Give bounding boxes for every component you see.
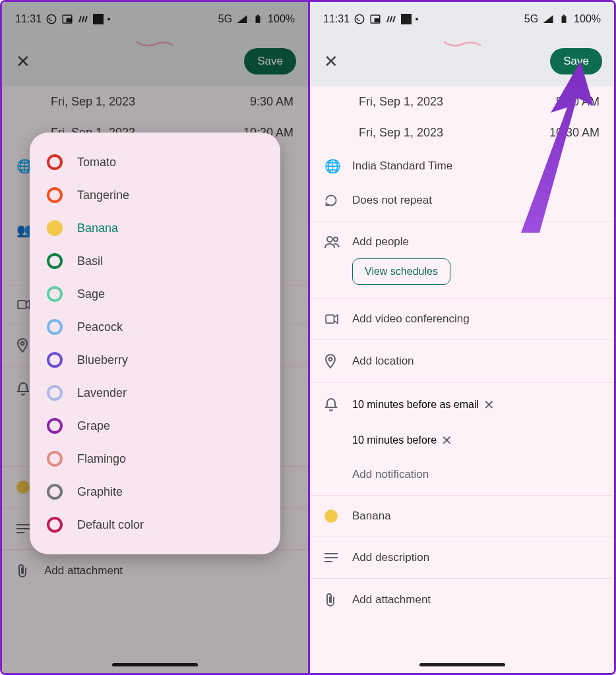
color-option-flamingo[interactable]: Flamingo bbox=[43, 442, 267, 475]
network-label: 5G bbox=[524, 13, 538, 25]
phone-left: 11:31 5G bbox=[2, 2, 308, 673]
globe-icon: 🌐 bbox=[324, 158, 352, 174]
svg-rect-13 bbox=[562, 16, 567, 22]
end-date-row[interactable]: Fri, Sep 1, 2023 10:30 AM bbox=[310, 117, 614, 148]
color-option-default-color[interactable]: Default color bbox=[43, 508, 267, 541]
whatsapp-icon bbox=[354, 13, 365, 25]
remove-notification-2[interactable]: ✕ bbox=[437, 432, 456, 448]
color-label: Flamingo bbox=[77, 452, 126, 466]
color-label: Default color bbox=[77, 518, 144, 532]
people-row[interactable]: Add people bbox=[310, 225, 614, 258]
wave-decoration bbox=[443, 39, 482, 48]
add-notification-row[interactable]: Add notification bbox=[310, 458, 614, 491]
svg-point-10 bbox=[355, 15, 364, 24]
attachment-icon bbox=[324, 593, 352, 607]
color-label: Tomato bbox=[77, 156, 116, 169]
bell-icon bbox=[324, 397, 352, 412]
repeat-label: Does not repeat bbox=[352, 194, 600, 207]
svg-rect-17 bbox=[326, 315, 334, 323]
battery-icon bbox=[558, 13, 570, 25]
close-button[interactable]: ✕ bbox=[322, 51, 340, 72]
notification-1-row[interactable]: 10 minutes before as email ✕ bbox=[310, 387, 614, 423]
slash-icon bbox=[385, 13, 397, 25]
color-label: Sage bbox=[77, 287, 105, 301]
start-time: 9:30 AM bbox=[556, 95, 600, 109]
svg-point-18 bbox=[329, 358, 332, 361]
status-time: 11:31 bbox=[323, 13, 350, 25]
color-swatch bbox=[47, 484, 63, 500]
notification-1-label: 10 minutes before as email bbox=[352, 399, 479, 411]
start-date-row[interactable]: Fri, Sep 1, 2023 9:30 AM bbox=[310, 86, 614, 117]
attachment-row[interactable]: Add attachment bbox=[310, 583, 614, 617]
color-name-label: Banana bbox=[352, 510, 600, 523]
notification-2-label: 10 minutes before bbox=[352, 434, 437, 446]
add-notification-label: Add notification bbox=[352, 468, 600, 481]
color-swatch bbox=[47, 154, 63, 170]
location-row[interactable]: Add location bbox=[310, 344, 614, 378]
pip-icon bbox=[369, 13, 381, 25]
end-date: Fri, Sep 1, 2023 bbox=[359, 126, 443, 140]
color-swatch bbox=[47, 253, 63, 269]
color-label: Tangerine bbox=[77, 189, 129, 202]
repeat-icon bbox=[324, 194, 352, 207]
color-option-grape[interactable]: Grape bbox=[43, 409, 267, 442]
color-option-peacock[interactable]: Peacock bbox=[43, 310, 267, 343]
color-swatch bbox=[47, 187, 63, 203]
notification-2-row[interactable]: 10 minutes before ✕ bbox=[310, 423, 614, 458]
attachment-label: Add attachment bbox=[352, 593, 600, 606]
home-indicator[interactable] bbox=[419, 663, 505, 666]
text-icon bbox=[324, 552, 352, 563]
phone-right: 11:31 5G bbox=[308, 2, 614, 673]
signal-icon bbox=[542, 13, 554, 25]
svg-point-15 bbox=[327, 237, 332, 242]
status-bar: 11:31 5G bbox=[310, 2, 614, 36]
color-option-graphite[interactable]: Graphite bbox=[43, 475, 267, 508]
location-icon bbox=[324, 354, 352, 368]
color-swatch bbox=[47, 517, 63, 533]
color-option-sage[interactable]: Sage bbox=[43, 278, 267, 310]
color-swatch bbox=[47, 418, 63, 434]
color-dot-icon bbox=[324, 510, 338, 523]
color-label: Lavender bbox=[77, 386, 127, 400]
people-icon bbox=[324, 235, 352, 249]
video-label: Add video conferencing bbox=[352, 312, 600, 326]
color-label: Grape bbox=[77, 419, 110, 433]
color-swatch bbox=[47, 451, 63, 467]
view-schedules-button[interactable]: View schedules bbox=[352, 258, 450, 285]
save-button[interactable]: Save bbox=[550, 48, 602, 74]
color-swatch bbox=[47, 286, 63, 302]
color-label: Graphite bbox=[77, 485, 123, 499]
color-picker-popup: TomatoTangerineBananaBasilSagePeacockBlu… bbox=[30, 132, 280, 554]
timezone-row[interactable]: 🌐 India Standard Time bbox=[310, 148, 614, 184]
color-swatch bbox=[47, 220, 63, 236]
end-time: 10:30 AM bbox=[549, 126, 600, 140]
svg-point-16 bbox=[334, 237, 338, 241]
color-row[interactable]: Banana bbox=[310, 500, 614, 533]
video-row[interactable]: Add video conferencing bbox=[310, 303, 614, 336]
location-label: Add location bbox=[352, 355, 600, 368]
color-option-basil[interactable]: Basil bbox=[43, 245, 267, 278]
color-option-blueberry[interactable]: Blueberry bbox=[43, 343, 267, 376]
video-icon bbox=[324, 314, 352, 324]
color-swatch bbox=[47, 385, 63, 401]
description-row[interactable]: Add description bbox=[310, 541, 614, 574]
color-swatch bbox=[47, 352, 63, 368]
color-label: Banana bbox=[77, 221, 118, 235]
color-option-lavender[interactable]: Lavender bbox=[43, 376, 267, 409]
start-date: Fri, Sep 1, 2023 bbox=[359, 95, 443, 109]
color-label: Blueberry bbox=[77, 353, 128, 367]
battery-pct: 100% bbox=[574, 13, 601, 25]
square-icon bbox=[401, 14, 412, 24]
color-label: Peacock bbox=[77, 320, 123, 334]
color-option-tomato[interactable]: Tomato bbox=[43, 146, 267, 179]
color-swatch bbox=[47, 319, 63, 335]
repeat-row[interactable]: Does not repeat bbox=[310, 184, 614, 217]
timezone-label: India Standard Time bbox=[352, 160, 600, 173]
color-option-tangerine[interactable]: Tangerine bbox=[43, 179, 267, 212]
color-option-banana[interactable]: Banana bbox=[43, 212, 267, 245]
remove-notification-1[interactable]: ✕ bbox=[479, 397, 499, 413]
people-label: Add people bbox=[352, 235, 600, 249]
more-dot-icon bbox=[416, 18, 418, 20]
svg-rect-14 bbox=[563, 15, 565, 16]
description-label: Add description bbox=[352, 551, 600, 564]
